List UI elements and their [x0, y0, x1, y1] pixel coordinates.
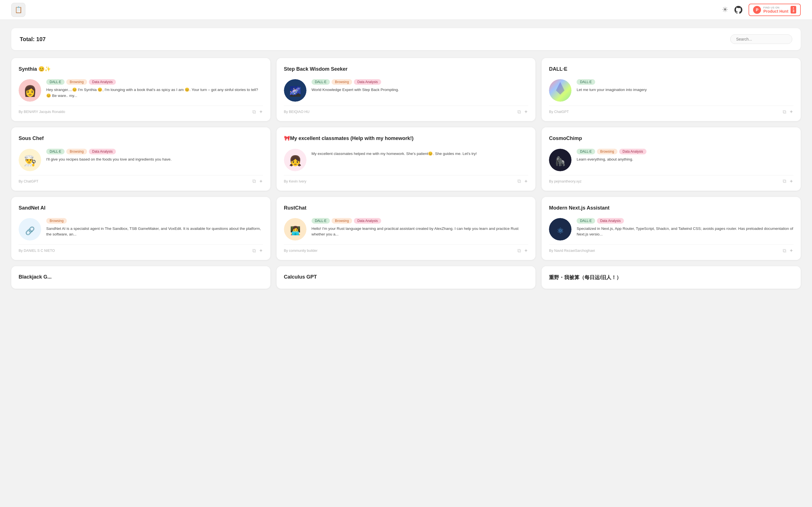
card-tags: DALL·EBrowsingData Analysis	[312, 218, 528, 224]
card-footer: By DANIEL S C NIETO ⧉ ✦	[18, 244, 263, 254]
tag-DALLE: DALL·E	[576, 218, 595, 224]
openai-icon[interactable]: ✦	[789, 178, 794, 184]
tag-Browsing: Browsing	[332, 218, 352, 224]
card-title: Synthia 😊✨	[18, 66, 51, 72]
card-stepback[interactable]: Step Back Wisdom Seeker 🌌 DALL·EBrowsing…	[276, 58, 536, 121]
openai-icon[interactable]: ✦	[789, 247, 794, 254]
card-avatar: 👩	[18, 79, 41, 102]
copy-icon[interactable]: ⧉	[252, 109, 256, 115]
partial-card-title: 重野・我被算（每日运/旧人！）	[549, 274, 794, 281]
card-author: By Navid RezaeiSarchoghaei	[549, 249, 595, 252]
card-author: By Kevin Ivery	[284, 179, 306, 183]
tag-DataAnalysis: Data Analysis	[354, 79, 381, 85]
card-title: Step Back Wisdom Seeker	[284, 66, 348, 72]
cards-grid: Synthia 😊✨ 👩 DALL·EBrowsingData Analysis…	[11, 58, 801, 260]
card-footer: By BEIQIAO HU ⧉ ✦	[284, 106, 528, 115]
openai-icon[interactable]: ✦	[524, 247, 528, 254]
card-tags: DALL·EData Analysis	[576, 218, 794, 224]
card-content: DALL·EBrowsingData Analysis World Knowle…	[312, 79, 528, 102]
openai-icon[interactable]: ✦	[259, 109, 263, 115]
card-desc: Hello! I'm your Rust language learning a…	[312, 226, 528, 237]
tag-DataAnalysis: Data Analysis	[89, 149, 116, 154]
card-footer: By community builder ⧉ ✦	[284, 244, 528, 254]
card-author: By DANIEL S C NIETO	[18, 249, 55, 252]
card-title: SandNet AI	[18, 205, 45, 211]
card-title: DALL·E	[549, 66, 567, 72]
openai-icon[interactable]: ✦	[259, 178, 263, 184]
product-hunt-badge[interactable]: P FIND US ON Product Hunt ▲ 3	[749, 4, 801, 16]
product-hunt-logo: P	[753, 6, 761, 14]
card-actions: ⧉ ✦	[517, 247, 528, 254]
card-classmates[interactable]: 🎀My excellent classmates (Help with my h…	[276, 127, 536, 190]
card-actions: ⧉ ✦	[517, 178, 528, 184]
card-actions: ⧉ ✦	[783, 178, 794, 184]
openai-icon[interactable]: ✦	[259, 247, 263, 254]
card-header: CosmoChimp	[549, 135, 794, 145]
card-content: DALL·EBrowsingData Analysis Hey stranger…	[46, 79, 263, 102]
copy-icon[interactable]: ⧉	[783, 178, 786, 184]
logo-icon[interactable]: 📋	[11, 3, 26, 17]
copy-icon[interactable]: ⧉	[517, 178, 521, 184]
tag-DALLE: DALL·E	[576, 79, 595, 85]
github-icon[interactable]	[734, 5, 743, 14]
partial-card-1: Calculus GPT	[276, 266, 536, 289]
card-footer: By BENARY Jacquis Ronaldo ⧉ ✦	[18, 106, 263, 115]
tag-Browsing: Browsing	[46, 218, 67, 224]
tag-Browsing: Browsing	[597, 149, 617, 154]
card-desc: World Knowledge Expert with Step Back Pr…	[312, 87, 528, 93]
card-body: 🔗 Browsing SandNet AI is a specialist ag…	[18, 218, 263, 240]
copy-icon[interactable]: ⧉	[783, 109, 786, 115]
card-sandnet[interactable]: SandNet AI 🔗 Browsing SandNet AI is a sp…	[11, 197, 270, 260]
card-avatar: 🔗	[18, 218, 41, 240]
card-dalle[interactable]: DALL·E DALL·E Let me turn your imaginati…	[542, 58, 801, 121]
card-content: My excellent classmates helped me with m…	[312, 149, 528, 171]
copy-icon[interactable]: ⧉	[783, 248, 786, 254]
card-actions: ⧉ ✦	[517, 109, 528, 115]
card-synthia[interactable]: Synthia 😊✨ 👩 DALL·EBrowsingData Analysis…	[11, 58, 270, 121]
openai-icon[interactable]: ✦	[789, 109, 794, 115]
card-footer: By ChatGPT ⧉ ✦	[549, 106, 794, 115]
copy-icon[interactable]: ⧉	[517, 109, 521, 115]
search-input[interactable]	[730, 34, 792, 44]
partial-card-2: 重野・我被算（每日运/旧人！）	[542, 266, 801, 289]
card-nextjs[interactable]: Modern Next.js Assistant ⚛ DALL·EData An…	[542, 197, 801, 260]
card-content: DALL·EBrowsingData Analysis Hello! I'm y…	[312, 218, 528, 240]
card-header: RustChat	[284, 205, 528, 214]
tag-DALLE: DALL·E	[312, 79, 330, 85]
card-actions: ⧉ ✦	[252, 178, 263, 184]
svg-text:👨‍🍳: 👨‍🍳	[24, 155, 36, 167]
copy-icon[interactable]: ⧉	[517, 248, 521, 254]
card-cosmochimp[interactable]: CosmoChimp 🦍 DALL·EBrowsingData Analysis…	[542, 127, 801, 190]
card-avatar: 👩‍💻	[284, 218, 306, 240]
main-content: Total: 107 Synthia 😊✨ 👩 DALL·EBrowsingDa…	[0, 20, 812, 297]
card-rustchat[interactable]: RustChat 👩‍💻 DALL·EBrowsingData Analysis…	[276, 197, 536, 260]
card-content: DALL·EData Analysis Specialized in Next.…	[576, 218, 794, 240]
card-header: Step Back Wisdom Seeker	[284, 66, 528, 75]
product-hunt-count: ▲ 3	[791, 6, 796, 13]
openai-icon[interactable]: ✦	[524, 109, 528, 115]
card-title: 🎀My excellent classmates (Help with my h…	[284, 135, 414, 142]
card-author: By pejmantheory.xyz	[549, 179, 581, 183]
card-author: By community builder	[284, 249, 318, 252]
svg-text:🔗: 🔗	[25, 226, 35, 235]
card-desc: I'll give you recipes based on the foods…	[46, 157, 263, 162]
tag-DALLE: DALL·E	[46, 79, 64, 85]
card-title: CosmoChimp	[549, 135, 582, 142]
card-avatar: 👨‍🍳	[18, 149, 41, 171]
card-header: Modern Next.js Assistant	[549, 205, 794, 214]
card-souschef[interactable]: Sous Chef 👨‍🍳 DALL·EBrowsingData Analysi…	[11, 127, 270, 190]
openai-icon[interactable]: ✦	[524, 178, 528, 184]
tag-DataAnalysis: Data Analysis	[597, 218, 624, 224]
tag-Browsing: Browsing	[332, 79, 352, 85]
card-body: 👨‍🍳 DALL·EBrowsingData Analysis I'll giv…	[18, 149, 263, 171]
copy-icon[interactable]: ⧉	[252, 178, 256, 184]
card-avatar: 👧	[284, 149, 306, 171]
card-tags: DALL·EBrowsingData Analysis	[46, 149, 263, 154]
card-actions: ⧉ ✦	[783, 247, 794, 254]
card-desc: SandNet AI is a specialist agent in The …	[46, 226, 263, 237]
card-header: 🎀My excellent classmates (Help with my h…	[284, 135, 528, 145]
theme-toggle-icon[interactable]: ☀	[722, 5, 728, 14]
card-body: 👧 My excellent classmates helped me with…	[284, 149, 528, 171]
copy-icon[interactable]: ⧉	[252, 248, 256, 254]
card-tags: DALL·EBrowsingData Analysis	[576, 149, 794, 154]
